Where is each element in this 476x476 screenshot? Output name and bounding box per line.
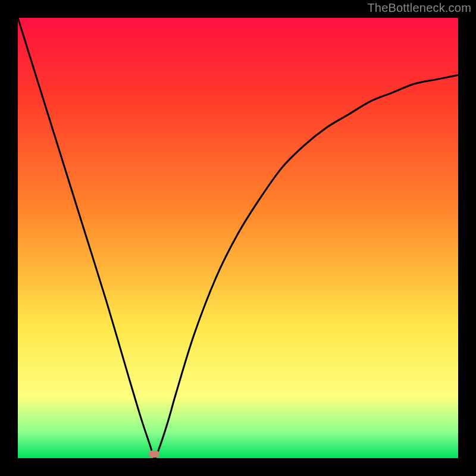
attribution-text: TheBottleneck.com (367, 1, 471, 15)
optimal-point-marker (149, 450, 159, 458)
chart-container: TheBottleneck.com (0, 0, 476, 476)
curve-path (18, 18, 458, 458)
plot-area (18, 18, 458, 458)
bottleneck-curve (18, 18, 458, 458)
